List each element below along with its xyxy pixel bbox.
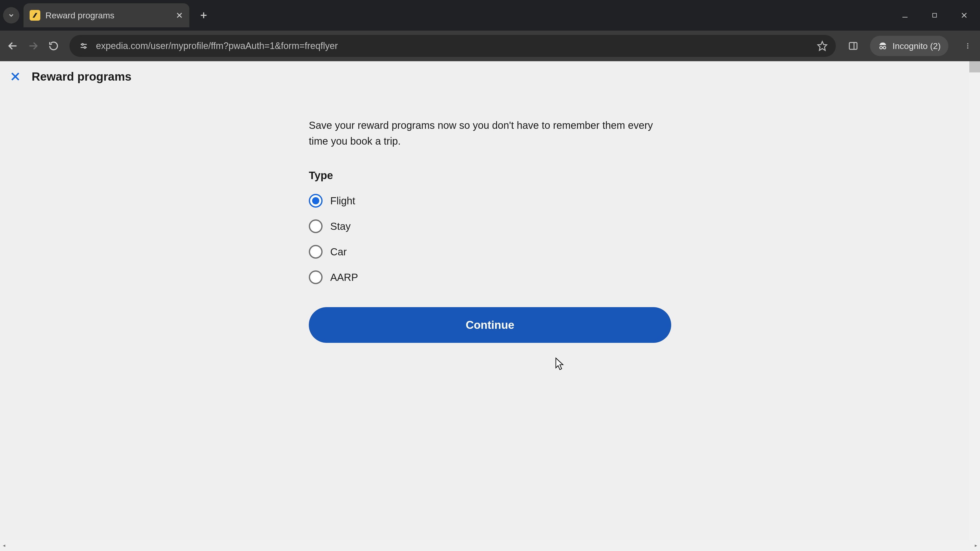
- svg-point-18: [883, 46, 886, 49]
- browser-toolbar: expedia.com/user/myprofile/ffm?pwaAuth=1…: [0, 30, 980, 61]
- arrow-right-icon: [27, 40, 39, 52]
- svg-point-17: [880, 46, 882, 49]
- browser-tab[interactable]: Reward programs: [24, 3, 189, 27]
- back-button[interactable]: [6, 39, 19, 52]
- close-icon: [176, 11, 183, 19]
- radio-label: Stay: [330, 221, 351, 232]
- svg-point-21: [967, 45, 969, 47]
- radio-label: Car: [330, 246, 347, 258]
- radio-option-stay[interactable]: Stay: [309, 219, 671, 233]
- window-minimize-button[interactable]: [899, 10, 911, 21]
- radio-option-aarp[interactable]: AARP: [309, 270, 671, 284]
- arrow-left-icon: [7, 40, 18, 52]
- tab-search-dropdown[interactable]: [3, 7, 19, 24]
- url-text: expedia.com/user/myprofile/ffm?pwaAuth=1…: [96, 41, 811, 51]
- page-header: Reward programs: [0, 61, 980, 92]
- horizontal-scrollbar[interactable]: ◄ ►: [0, 540, 980, 551]
- radio-dot-icon: [312, 197, 319, 204]
- incognito-indicator[interactable]: Incognito (2): [870, 36, 948, 56]
- radio-button-icon[interactable]: [309, 194, 323, 208]
- window-maximize-button[interactable]: [929, 10, 940, 21]
- radio-button-icon[interactable]: [309, 245, 323, 259]
- vertical-scrollbar[interactable]: [969, 61, 980, 540]
- bookmark-button[interactable]: [817, 41, 828, 51]
- svg-rect-15: [850, 43, 857, 49]
- page-close-button[interactable]: [8, 69, 22, 84]
- new-tab-button[interactable]: [197, 8, 211, 22]
- type-radio-group: FlightStayCarAARP: [309, 194, 671, 284]
- page-viewport: Reward programs Save your reward program…: [0, 61, 980, 551]
- panel-icon: [848, 41, 858, 51]
- kebab-icon: [964, 42, 971, 49]
- reload-icon: [48, 41, 59, 51]
- address-bar[interactable]: expedia.com/user/myprofile/ffm?pwaAuth=1…: [69, 35, 836, 57]
- browser-titlebar: Reward programs: [0, 0, 980, 30]
- incognito-label: Incognito (2): [892, 41, 941, 51]
- radio-button-icon[interactable]: [309, 219, 323, 233]
- incognito-icon: [878, 41, 888, 51]
- tab-close-button[interactable]: [176, 11, 183, 19]
- site-info-button[interactable]: [78, 40, 90, 52]
- scroll-left-arrow-icon[interactable]: ◄: [2, 543, 6, 548]
- intro-text: Save your reward programs now so you don…: [309, 118, 671, 149]
- star-icon: [817, 41, 828, 51]
- scroll-right-arrow-icon[interactable]: ►: [974, 543, 978, 548]
- window-close-button[interactable]: [959, 10, 970, 21]
- svg-rect-5: [932, 13, 936, 17]
- radio-button-icon[interactable]: [309, 270, 323, 284]
- window-controls: [899, 10, 976, 21]
- svg-point-20: [967, 43, 969, 44]
- page-content: Save your reward programs now so you don…: [309, 118, 671, 343]
- reload-button[interactable]: [47, 39, 60, 52]
- radio-label: AARP: [330, 272, 358, 283]
- continue-button[interactable]: Continue: [309, 307, 671, 343]
- tune-icon: [79, 41, 88, 51]
- radio-option-car[interactable]: Car: [309, 245, 671, 259]
- chevron-down-icon: [8, 12, 15, 19]
- maximize-icon: [931, 12, 938, 19]
- mouse-cursor-icon: [554, 357, 565, 372]
- close-icon: [10, 71, 21, 83]
- browser-menu-button[interactable]: [962, 40, 974, 52]
- plus-icon: [199, 11, 208, 20]
- tab-title: Reward programs: [45, 11, 170, 21]
- svg-point-11: [82, 44, 83, 45]
- minimize-icon: [901, 11, 909, 19]
- forward-button[interactable]: [27, 39, 40, 52]
- page-title: Reward programs: [32, 70, 131, 83]
- svg-point-13: [84, 47, 86, 48]
- radio-option-flight[interactable]: Flight: [309, 194, 671, 208]
- svg-point-22: [967, 48, 969, 49]
- close-icon: [960, 11, 968, 19]
- expedia-favicon: [30, 10, 40, 21]
- side-panel-button[interactable]: [848, 41, 858, 51]
- type-section-label: Type: [309, 169, 671, 182]
- svg-marker-14: [818, 41, 827, 51]
- scrollbar-up-region[interactable]: [969, 61, 980, 73]
- radio-label: Flight: [330, 195, 355, 206]
